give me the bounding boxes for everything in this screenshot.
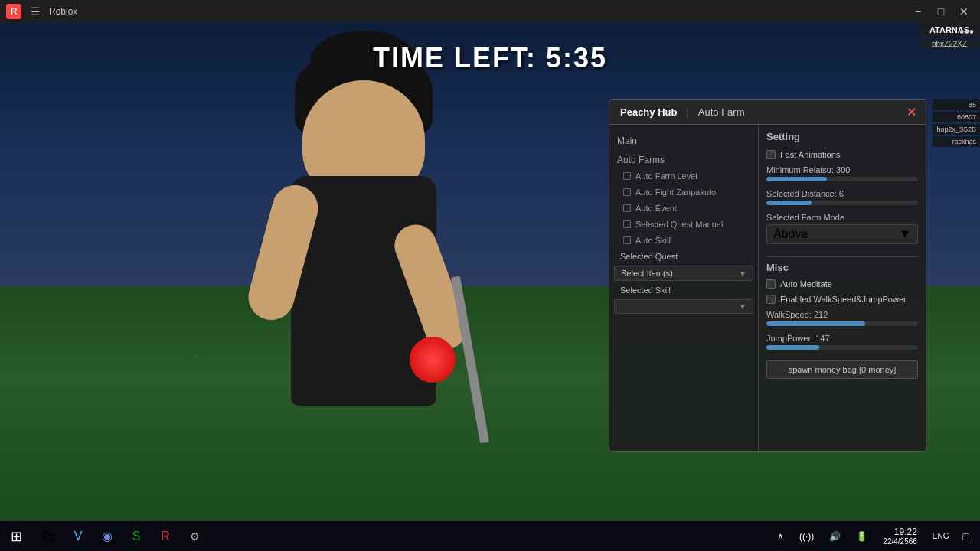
farm-mode-dropdown[interactable]: Above ▼ — [766, 224, 918, 244]
right-badges: 85 60807 hop2x_S52B racknas — [933, 99, 980, 147]
dots-menu-button[interactable]: ••• — [959, 24, 974, 41]
taskbar-app4[interactable]: S — [122, 523, 150, 550]
keyboard-lang[interactable]: ENG — [926, 521, 956, 551]
auto-event-label: Auto Event — [635, 204, 677, 213]
taskbar-app6[interactable]: ⚙ — [181, 523, 208, 550]
taskbar-right-area: ∧ ((·)) 🔊 🔋 19:22 22/4/2566 ENG □ — [771, 521, 980, 551]
selected-quest-manual-label: Selected Quest Manual — [635, 220, 723, 229]
badge-3: hop2x_S52B — [933, 124, 980, 135]
start-button[interactable]: ⊞ — [0, 521, 32, 552]
clock-time: 19:22 — [894, 527, 917, 537]
sound-icon[interactable]: 🔊 — [823, 521, 847, 551]
jumppower-label: JumpPower: 147 — [766, 334, 918, 343]
maximize-button[interactable]: □ — [931, 4, 951, 19]
notification-button[interactable]: □ — [959, 530, 974, 543]
tab-peachy-hub[interactable]: Peachy Hub — [617, 105, 680, 119]
walk-speed-label: Enabled WalkSpeed&JumpPower — [780, 295, 906, 304]
walkspeed-slider[interactable] — [766, 321, 918, 326]
auto-meditate-row: Auto Meditate — [766, 279, 918, 289]
selected-distance-slider[interactable] — [766, 201, 918, 205]
selected-skill-label-row: Selected Skill — [614, 283, 753, 297]
close-button[interactable]: ✕ — [954, 4, 974, 19]
setting-title: Setting — [766, 131, 918, 142]
clock-area[interactable]: 19:22 22/4/2566 — [877, 521, 923, 551]
select-items-label: Select Item(s) — [621, 269, 673, 278]
badge-4: racknas — [933, 136, 980, 147]
checkbox-auto-event[interactable] — [623, 204, 631, 212]
auto-farm-level-item[interactable]: Auto Farm Level — [614, 169, 753, 183]
title-bar: R ☰ Roblox − □ ✕ — [0, 0, 980, 23]
clock-date: 22/4/2566 — [883, 537, 917, 546]
start-icon: ⊞ — [11, 528, 22, 545]
system-tray[interactable]: ∧ — [771, 521, 790, 551]
farm-mode-value: Above — [773, 227, 808, 241]
volume-icon: 🔊 — [829, 531, 841, 542]
badge-2: 60807 — [933, 112, 980, 122]
selected-distance-label: Selected Distance: 6 — [766, 189, 918, 198]
gui-right-panel: Setting Fast Animations Minimum Relatsu:… — [759, 125, 926, 451]
selected-skill-dropdown[interactable]: ▼ — [614, 299, 753, 314]
tab-auto-farm[interactable]: Auto Farm — [695, 105, 748, 119]
selected-quest-dropdown[interactable]: Selected Quest — [614, 249, 753, 263]
spawn-money-bag-button[interactable]: spawn money bag [0 money] — [766, 360, 918, 379]
auto-fight-label: Auto Fight Zanpakuto — [635, 187, 716, 197]
gui-body: Main Auto Farms Auto Farm Level Auto Fig… — [609, 125, 926, 451]
selected-distance-fill — [766, 201, 812, 205]
farm-mode-label: Selected Farm Mode — [766, 213, 918, 222]
battery-display: 🔋 — [856, 531, 867, 542]
minimize-button[interactable]: − — [908, 4, 928, 19]
auto-fight-zanpakuto-item[interactable]: Auto Fight Zanpakuto — [614, 185, 753, 199]
taskbar-vscode[interactable]: V — [64, 523, 92, 550]
checkbox-fast-animations[interactable] — [766, 150, 776, 159]
taskbar: ⊞ 🗁 V ◉ S R ⚙ ∧ ((·)) 🔊 🔋 19:22 22/4/256… — [0, 520, 980, 551]
checkbox-walk-speed[interactable] — [766, 295, 776, 304]
selected-skill-arrow: ▼ — [739, 302, 746, 311]
gui-header: Peachy Hub | Auto Farm ✕ — [609, 100, 926, 125]
checkbox-auto-meditate[interactable] — [766, 279, 776, 289]
checkbox-quest-manual[interactable] — [623, 220, 631, 228]
selected-distance-row: Selected Distance: 6 — [766, 189, 918, 205]
jumppower-slider[interactable] — [766, 345, 918, 350]
wifi-icon: ((·)) — [799, 531, 814, 542]
lang-label: ENG — [933, 532, 949, 540]
char-orb — [410, 337, 456, 383]
taskbar-pinned-apps: 🗁 V ◉ S R ⚙ — [32, 523, 211, 550]
app-logo: R — [6, 4, 21, 19]
selected-quest-label: Selected Quest — [620, 252, 678, 261]
select-items-arrow: ▼ — [739, 269, 746, 278]
tab-separator: | — [686, 106, 688, 118]
minimum-relat-slider[interactable] — [766, 177, 918, 181]
auto-skill-label: Auto Skill — [635, 236, 671, 245]
taskbar-discord[interactable]: ◉ — [93, 523, 121, 550]
select-items-dropdown[interactable]: Select Item(s) ▼ — [614, 266, 753, 281]
main-section-label: Main — [614, 134, 753, 148]
taskbar-file-explorer[interactable]: 🗁 — [35, 523, 63, 550]
selected-skill-label: Selected Skill — [620, 285, 671, 295]
taskbar-app5[interactable]: R — [152, 523, 179, 550]
auto-event-item[interactable]: Auto Event — [614, 201, 753, 215]
network-icon[interactable]: ((·)) — [793, 521, 820, 551]
gui-close-button[interactable]: ✕ — [904, 106, 918, 119]
walkspeed-label: WalkSpeed: 212 — [766, 310, 918, 319]
auto-farms-label: Auto Farms — [614, 153, 753, 167]
fast-animations-label: Fast Animations — [780, 150, 840, 159]
minimum-relat-fill — [766, 177, 827, 181]
jumppower-slider-row: JumpPower: 147 — [766, 334, 918, 350]
gui-left-panel: Main Auto Farms Auto Farm Level Auto Fig… — [609, 125, 759, 451]
battery-icon[interactable]: 🔋 — [850, 521, 874, 551]
auto-skill-item[interactable]: Auto Skill — [614, 233, 753, 247]
checkbox-auto-farm-level[interactable] — [623, 172, 631, 180]
walkspeed-slider-row: WalkSpeed: 212 — [766, 310, 918, 326]
farm-mode-arrow: ▼ — [899, 227, 911, 241]
char-sword — [451, 276, 489, 444]
gui-panel: Peachy Hub | Auto Farm ✕ Main Auto Farms… — [609, 99, 926, 452]
minimum-relat-row: Minimum Relatsu: 300 — [766, 165, 918, 181]
arrow-up-icon: ∧ — [777, 531, 784, 542]
walk-speed-row: Enabled WalkSpeed&JumpPower — [766, 295, 918, 304]
checkbox-auto-skill[interactable] — [623, 236, 631, 244]
selected-quest-manual-item[interactable]: Selected Quest Manual — [614, 217, 753, 231]
checkbox-auto-fight[interactable] — [623, 188, 631, 196]
document-icon: ☰ — [28, 4, 43, 19]
badge-1: 85 — [933, 99, 980, 110]
window-title: Roblox — [49, 6, 908, 17]
